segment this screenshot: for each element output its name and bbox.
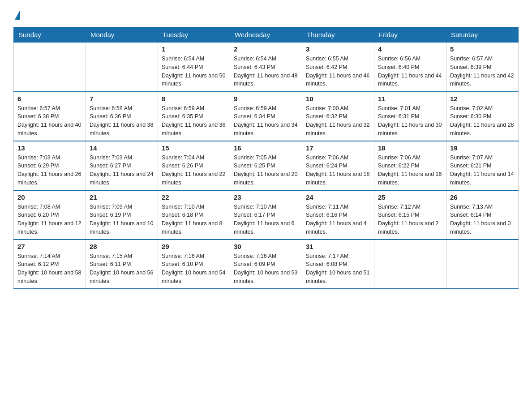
calendar-week-row: 27Sunrise: 7:14 AMSunset: 6:12 PMDayligh… [14,240,519,289]
calendar-cell [14,43,86,92]
day-info: Sunrise: 7:10 AMSunset: 6:18 PMDaylight:… [162,203,226,236]
calendar-week-row: 6Sunrise: 6:57 AMSunset: 6:38 PMDaylight… [14,92,519,141]
calendar-header-row: SundayMondayTuesdayWednesdayThursdayFrid… [14,27,519,43]
day-info: Sunrise: 7:13 AMSunset: 6:14 PMDaylight:… [450,203,515,236]
calendar-cell: 9Sunrise: 6:59 AMSunset: 6:34 PMDaylight… [230,92,302,141]
day-number: 29 [162,243,226,250]
calendar-cell: 5Sunrise: 6:57 AMSunset: 6:39 PMDaylight… [446,43,519,92]
day-number: 30 [234,243,298,250]
calendar-cell: 19Sunrise: 7:07 AMSunset: 6:21 PMDayligh… [446,141,519,190]
day-number: 19 [450,144,515,152]
calendar-cell: 2Sunrise: 6:54 AMSunset: 6:43 PMDaylight… [230,43,302,92]
calendar-week-row: 20Sunrise: 7:08 AMSunset: 6:20 PMDayligh… [14,190,519,240]
day-info: Sunrise: 7:10 AMSunset: 6:17 PMDaylight:… [234,203,298,236]
calendar-cell: 30Sunrise: 7:16 AMSunset: 6:09 PMDayligh… [230,240,302,289]
calendar-header-thursday: Thursday [302,27,374,43]
day-info: Sunrise: 6:59 AMSunset: 6:35 PMDaylight:… [162,104,226,138]
calendar-cell: 29Sunrise: 7:16 AMSunset: 6:10 PMDayligh… [158,240,230,289]
day-number: 23 [234,193,298,201]
calendar-cell: 21Sunrise: 7:09 AMSunset: 6:19 PMDayligh… [86,190,158,240]
day-info: Sunrise: 7:16 AMSunset: 6:10 PMDaylight:… [162,252,226,286]
day-info: Sunrise: 6:57 AMSunset: 6:39 PMDaylight:… [450,55,515,88]
calendar-cell: 23Sunrise: 7:10 AMSunset: 6:17 PMDayligh… [230,190,302,240]
calendar-cell: 3Sunrise: 6:55 AMSunset: 6:42 PMDaylight… [302,43,374,92]
calendar-header-tuesday: Tuesday [158,27,230,43]
page-header [13,9,519,18]
day-number: 5 [450,45,515,53]
calendar-cell: 6Sunrise: 6:57 AMSunset: 6:38 PMDaylight… [14,92,86,141]
calendar-cell: 1Sunrise: 6:54 AMSunset: 6:44 PMDaylight… [158,43,230,92]
day-number: 22 [162,193,226,201]
calendar-header-friday: Friday [374,27,446,43]
calendar-cell: 13Sunrise: 7:03 AMSunset: 6:29 PMDayligh… [14,141,86,190]
day-number: 31 [306,243,370,250]
day-info: Sunrise: 7:03 AMSunset: 6:27 PMDaylight:… [90,154,154,187]
calendar-table: SundayMondayTuesdayWednesdayThursdayFrid… [13,27,519,289]
day-info: Sunrise: 7:08 AMSunset: 6:20 PMDaylight:… [17,203,82,236]
calendar-header-wednesday: Wednesday [230,27,302,43]
day-info: Sunrise: 7:04 AMSunset: 6:26 PMDaylight:… [162,154,226,187]
calendar-cell: 26Sunrise: 7:13 AMSunset: 6:14 PMDayligh… [446,190,519,240]
day-number: 20 [17,193,82,201]
calendar-cell: 20Sunrise: 7:08 AMSunset: 6:20 PMDayligh… [14,190,86,240]
day-info: Sunrise: 7:16 AMSunset: 6:09 PMDaylight:… [234,252,298,286]
calendar-cell: 28Sunrise: 7:15 AMSunset: 6:11 PMDayligh… [86,240,158,289]
day-info: Sunrise: 7:07 AMSunset: 6:21 PMDaylight:… [450,154,515,187]
day-number: 15 [162,144,226,152]
day-number: 21 [90,193,154,201]
day-info: Sunrise: 6:58 AMSunset: 6:36 PMDaylight:… [90,104,154,138]
day-info: Sunrise: 7:09 AMSunset: 6:19 PMDaylight:… [90,203,154,236]
calendar-cell: 17Sunrise: 7:06 AMSunset: 6:24 PMDayligh… [302,141,374,190]
calendar-cell: 10Sunrise: 7:00 AMSunset: 6:32 PMDayligh… [302,92,374,141]
day-number: 16 [234,144,298,152]
calendar-cell: 4Sunrise: 6:56 AMSunset: 6:40 PMDaylight… [374,43,446,92]
calendar-cell: 22Sunrise: 7:10 AMSunset: 6:18 PMDayligh… [158,190,230,240]
logo [13,9,20,18]
day-number: 3 [306,45,370,53]
day-number: 8 [162,95,226,103]
day-info: Sunrise: 7:02 AMSunset: 6:30 PMDaylight:… [450,104,515,138]
calendar-header-monday: Monday [86,27,158,43]
day-info: Sunrise: 7:17 AMSunset: 6:08 PMDaylight:… [306,252,370,286]
calendar-cell: 18Sunrise: 7:06 AMSunset: 6:22 PMDayligh… [374,141,446,190]
calendar-cell: 7Sunrise: 6:58 AMSunset: 6:36 PMDaylight… [86,92,158,141]
calendar-week-row: 13Sunrise: 7:03 AMSunset: 6:29 PMDayligh… [14,141,519,190]
day-number: 6 [17,95,82,103]
day-info: Sunrise: 6:57 AMSunset: 6:38 PMDaylight:… [17,104,82,138]
calendar-week-row: 1Sunrise: 6:54 AMSunset: 6:44 PMDaylight… [14,43,519,92]
day-number: 26 [450,193,515,201]
calendar-cell: 12Sunrise: 7:02 AMSunset: 6:30 PMDayligh… [446,92,519,141]
day-info: Sunrise: 7:12 AMSunset: 6:15 PMDaylight:… [378,203,442,236]
day-number: 13 [17,144,82,152]
day-info: Sunrise: 6:54 AMSunset: 6:44 PMDaylight:… [162,55,226,88]
calendar-cell: 11Sunrise: 7:01 AMSunset: 6:31 PMDayligh… [374,92,446,141]
day-info: Sunrise: 7:05 AMSunset: 6:25 PMDaylight:… [234,154,298,187]
day-info: Sunrise: 6:59 AMSunset: 6:34 PMDaylight:… [234,104,298,138]
calendar-cell: 16Sunrise: 7:05 AMSunset: 6:25 PMDayligh… [230,141,302,190]
day-info: Sunrise: 7:06 AMSunset: 6:24 PMDaylight:… [306,154,370,187]
day-number: 7 [90,95,154,103]
day-number: 2 [234,45,298,53]
day-number: 14 [90,144,154,152]
day-number: 18 [378,144,442,152]
day-number: 17 [306,144,370,152]
day-info: Sunrise: 7:01 AMSunset: 6:31 PMDaylight:… [378,104,442,138]
calendar-cell [374,240,446,289]
day-number: 9 [234,95,298,103]
calendar-cell: 8Sunrise: 6:59 AMSunset: 6:35 PMDaylight… [158,92,230,141]
logo-triangle-icon [15,10,20,20]
calendar-cell [446,240,519,289]
calendar-cell: 25Sunrise: 7:12 AMSunset: 6:15 PMDayligh… [374,190,446,240]
calendar-cell: 24Sunrise: 7:11 AMSunset: 6:16 PMDayligh… [302,190,374,240]
day-number: 11 [378,95,442,103]
day-info: Sunrise: 7:00 AMSunset: 6:32 PMDaylight:… [306,104,370,138]
day-number: 24 [306,193,370,201]
day-info: Sunrise: 6:56 AMSunset: 6:40 PMDaylight:… [378,55,442,88]
day-info: Sunrise: 7:03 AMSunset: 6:29 PMDaylight:… [17,154,82,187]
calendar-cell: 14Sunrise: 7:03 AMSunset: 6:27 PMDayligh… [86,141,158,190]
day-number: 10 [306,95,370,103]
day-info: Sunrise: 7:06 AMSunset: 6:22 PMDaylight:… [378,154,442,187]
day-number: 1 [162,45,226,53]
calendar-header-saturday: Saturday [446,27,519,43]
day-number: 27 [17,243,82,250]
